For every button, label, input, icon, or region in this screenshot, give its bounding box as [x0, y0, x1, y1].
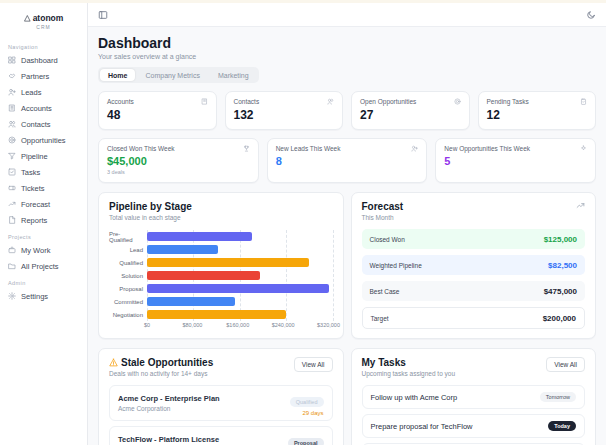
y-tick: Solution: [109, 269, 147, 282]
sidebar-item-label: Reports: [21, 216, 47, 225]
due-badge: Tomorrow: [540, 392, 576, 402]
sidebar-item-opportunities[interactable]: Opportunities: [0, 132, 87, 148]
bar-qualified: [147, 258, 309, 267]
task-title: Prepare proposal for TechFlow: [371, 422, 473, 431]
stat-card-closed-won-week[interactable]: Closed Won This Week $45,000 3 deals: [98, 138, 259, 183]
stat-label: New Leads This Week: [276, 145, 341, 152]
sidebar-item-reports[interactable]: Reports: [0, 212, 87, 228]
tab-company-metrics[interactable]: Company Metrics: [137, 69, 207, 81]
logo-subtext: CRM: [0, 24, 87, 30]
stale-subtitle: Deals with no activity for 14+ days: [109, 370, 213, 377]
trophy-icon: [243, 145, 250, 152]
stage-badge: Proposal: [288, 438, 324, 445]
tasks-subtitle: Upcoming tasks assigned to you: [362, 370, 456, 377]
nav-section-admin: Admin: [0, 274, 87, 288]
dashboard-icon: [8, 56, 16, 64]
days-stale: 29 days: [290, 410, 324, 416]
task-item-proposal-techflow[interactable]: Prepare proposal for TechFlow Today: [362, 414, 586, 438]
crm-app: atonom CRM Navigation Dashboard Partners…: [0, 3, 606, 445]
tab-marketing[interactable]: Marketing: [210, 69, 257, 81]
stat-value: $45,000: [107, 155, 250, 167]
funnel-icon: [8, 152, 16, 160]
logo-text: atonom: [33, 13, 64, 23]
stat-cards-row: Accounts 48 Contacts 132 Open Opportunit…: [98, 91, 596, 130]
theme-toggle-moon-icon[interactable]: [586, 10, 596, 20]
topbar: [88, 3, 606, 27]
logo-icon: [24, 15, 31, 22]
forecast-value: $125,000: [544, 235, 577, 244]
handshake-icon: [8, 72, 16, 80]
forecast-row-weighted-pipeline: Weighted Pipeline $82,500: [362, 255, 586, 275]
stat-value: 12: [487, 108, 588, 122]
gridline: [333, 230, 334, 321]
sidebar-item-accounts[interactable]: Accounts: [0, 100, 87, 116]
stat-value: 27: [360, 108, 461, 122]
y-tick: Qualified: [109, 256, 147, 269]
sidebar-item-label: Partners: [21, 72, 49, 81]
highlight-cards-row: Closed Won This Week $45,000 3 deals New…: [98, 138, 596, 183]
trending-up-icon: [576, 201, 585, 210]
forecast-label: Best Case: [370, 288, 400, 295]
sidebar-item-tickets[interactable]: Tickets: [0, 180, 87, 196]
sidebar-item-tasks[interactable]: Tasks: [0, 164, 87, 180]
sidebar-item-forecast[interactable]: Forecast: [0, 196, 87, 212]
bar-negotiation: [147, 310, 286, 319]
stale-view-all-button[interactable]: View All: [294, 357, 333, 372]
bar-proposal: [147, 284, 329, 293]
sidebar-item-label: Accounts: [21, 104, 52, 113]
stale-list: Acme Corp - Enterprise Plan Acme Corpora…: [109, 385, 333, 445]
sidebar-item-settings[interactable]: Settings: [0, 288, 87, 304]
sidebar-toggle-icon[interactable]: [98, 10, 108, 20]
chart-plot-area: $0 $80,000 $160,000 $240,000 $320,000: [147, 230, 333, 330]
stage-badge: Qualified: [290, 397, 324, 407]
sparkle-icon: [580, 145, 587, 152]
user-plus-icon: [8, 88, 16, 96]
stat-subtext: 3 deals: [107, 169, 250, 175]
stat-value: 132: [234, 108, 335, 122]
folder-icon: [8, 262, 16, 270]
users-icon: [327, 98, 334, 105]
page-subtitle: Your sales overview at a glance: [98, 53, 596, 60]
forecast-value: $200,000: [543, 314, 576, 323]
stat-card-pending-tasks[interactable]: Pending Tasks 12: [478, 91, 597, 130]
sidebar-item-my-work[interactable]: My Work: [0, 242, 87, 258]
forecast-subtitle: This Month: [362, 214, 404, 221]
nav-section-navigation: Navigation: [0, 38, 87, 52]
sidebar-item-leads[interactable]: Leads: [0, 84, 87, 100]
forecast-value: $475,000: [544, 287, 577, 296]
trending-up-icon: [8, 200, 16, 208]
sidebar-item-contacts[interactable]: Contacts: [0, 116, 87, 132]
stat-card-open-opportunities[interactable]: Open Opportunities 27: [351, 91, 470, 130]
file-icon: [8, 216, 16, 224]
tab-home[interactable]: Home: [100, 69, 135, 81]
forecast-row-best-case: Best Case $475,000: [362, 281, 586, 301]
stat-card-new-leads-week[interactable]: New Leads This Week 8: [267, 138, 428, 183]
sidebar-item-partners[interactable]: Partners: [0, 68, 87, 84]
main-area: Dashboard Your sales overview at a glanc…: [88, 3, 606, 445]
sidebar-item-dashboard[interactable]: Dashboard: [0, 52, 87, 68]
sidebar-item-label: Dashboard: [21, 56, 58, 65]
sidebar-item-pipeline[interactable]: Pipeline: [0, 148, 87, 164]
stale-opportunities-panel: Stale Opportunities Deals with no activi…: [98, 348, 344, 445]
pipeline-bar-chart: Pre-Qualified Lead Qualified Solution Pr…: [109, 230, 333, 330]
stat-card-accounts[interactable]: Accounts 48: [98, 91, 217, 130]
stat-card-contacts[interactable]: Contacts 132: [225, 91, 344, 130]
bar-lead: [147, 245, 218, 254]
forecast-value: $82,500: [548, 261, 577, 270]
x-tick: $320,000: [317, 322, 340, 328]
chart-subtitle: Total value in each stage: [109, 214, 333, 221]
tasks-view-all-button[interactable]: View All: [546, 357, 585, 372]
opportunity-title: TechFlow - Platform License: [118, 435, 219, 444]
stale-title: Stale Opportunities: [121, 357, 213, 368]
user-plus-icon: [411, 145, 418, 152]
stale-item-acme[interactable]: Acme Corp - Enterprise Plan Acme Corpora…: [109, 385, 333, 421]
stale-item-techflow[interactable]: TechFlow - Platform License TechFlow Sol…: [109, 426, 333, 445]
sidebar-item-all-projects[interactable]: All Projects: [0, 258, 87, 274]
stat-card-new-opportunities-week[interactable]: New Opportunities This Week 5: [435, 138, 596, 183]
task-item-followup-acme[interactable]: Follow up with Acme Corp Tomorrow: [362, 385, 586, 409]
x-tick: $160,000: [226, 322, 249, 328]
y-tick: Lead: [109, 243, 147, 256]
sidebar-item-label: Leads: [21, 88, 41, 97]
sidebar-item-label: Contacts: [21, 120, 51, 129]
stat-subtext: [276, 169, 419, 175]
